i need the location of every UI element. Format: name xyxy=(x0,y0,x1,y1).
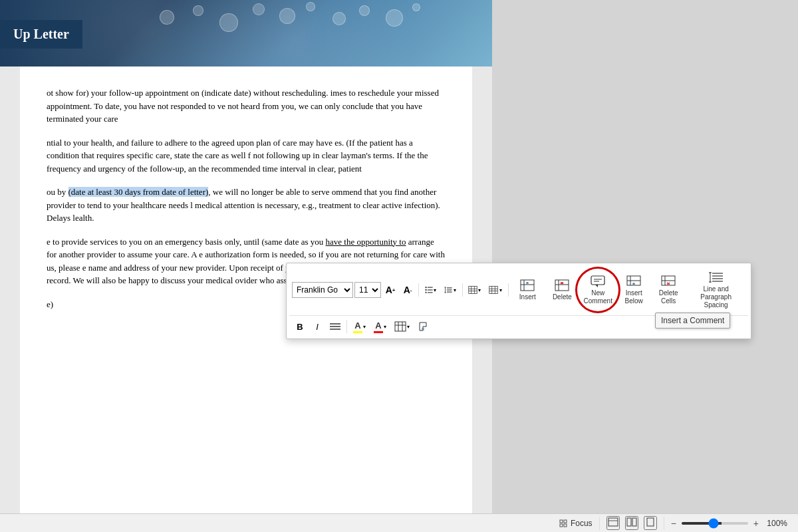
svg-rect-67 xyxy=(627,518,631,526)
svg-rect-69 xyxy=(647,518,654,526)
zoom-in-icon[interactable]: + xyxy=(753,518,759,529)
underlined-text: have the opportunity to xyxy=(326,237,406,247)
list-button[interactable]: ▾ xyxy=(422,282,440,298)
font-grow-button[interactable]: A+ xyxy=(382,282,398,298)
paragraph-4-text: e to provide services to you on an emerg… xyxy=(47,237,326,247)
bold-button[interactable]: B xyxy=(292,319,308,334)
zoom-slider[interactable] xyxy=(682,522,748,525)
paragraph-2: ntial to your health, and failure to adh… xyxy=(47,136,446,176)
svg-rect-17 xyxy=(489,287,497,294)
table-format-btn[interactable]: ▾ xyxy=(391,319,413,334)
text-color-button[interactable]: A ▾ xyxy=(370,319,390,334)
view-mode-btn-2[interactable] xyxy=(625,516,638,530)
view-mode-btn-1[interactable] xyxy=(606,516,620,530)
highlight-color-button[interactable]: A ▾ xyxy=(350,319,369,334)
table-btn-1[interactable]: ▾ xyxy=(465,282,484,298)
document-title: Up Letter xyxy=(13,27,69,42)
delete-label: Delete xyxy=(553,293,572,301)
new-comment-label: NewComment xyxy=(584,289,612,305)
font-size-select[interactable]: 11 xyxy=(354,282,381,298)
svg-rect-65 xyxy=(608,518,618,526)
font-shrink-button[interactable]: A- xyxy=(400,282,416,298)
delete-cells-button[interactable]: DeleteCells xyxy=(652,271,685,309)
svg-point-4 xyxy=(425,289,426,291)
focus-label: Focus xyxy=(571,519,593,528)
document-header-image: Up Letter xyxy=(0,0,492,66)
paragraph-1: ot show for) your follow-up appointment … xyxy=(47,86,446,126)
svg-rect-56 xyxy=(395,322,406,331)
focus-mode: Focus xyxy=(559,519,593,528)
paint-format-btn[interactable] xyxy=(414,319,432,334)
font-family-select[interactable]: Franklin Go xyxy=(292,282,353,298)
table-btn-2[interactable]: ▾ xyxy=(485,282,505,298)
highlight-color-swatch xyxy=(353,331,362,333)
zoom-out-icon[interactable]: − xyxy=(671,518,676,529)
svg-rect-63 xyxy=(560,524,563,527)
toolbar-row-1: Franklin Go 11 A+ A- ▾ ▾ xyxy=(289,266,748,314)
status-separator-2 xyxy=(664,517,664,530)
document-title-bar: Up Letter xyxy=(0,20,82,49)
insert-below-label: InsertBelow xyxy=(625,289,643,305)
svg-point-5 xyxy=(425,292,426,293)
svg-rect-61 xyxy=(560,520,563,523)
svg-rect-64 xyxy=(564,524,567,527)
main-area: Up Letter ot show for) your follow-up ap… xyxy=(0,0,798,513)
svg-rect-32 xyxy=(591,276,604,285)
separator-4 xyxy=(346,320,347,333)
insert-button[interactable]: Insert xyxy=(511,275,544,305)
text-color-swatch xyxy=(374,331,383,333)
line-spacing-button[interactable]: ▾ xyxy=(441,282,459,298)
svg-rect-12 xyxy=(469,287,477,294)
focus-icon xyxy=(559,519,568,528)
status-bar: Focus − + 100% xyxy=(0,513,798,532)
new-comment-button[interactable]: NewComment xyxy=(580,271,616,309)
view-mode-btn-3[interactable] xyxy=(644,516,657,530)
delete-cells-label: DeleteCells xyxy=(659,289,678,305)
svg-rect-27 xyxy=(555,280,569,291)
zoom-percent: 100% xyxy=(764,519,787,528)
line-paragraph-spacing-label: Line andParagraph Spacing xyxy=(692,285,739,309)
right-panel: Franklin Go 11 A+ A- ▾ ▾ xyxy=(492,0,798,513)
separator-3 xyxy=(508,283,509,297)
svg-point-3 xyxy=(425,287,426,288)
line-paragraph-spacing-button[interactable]: Line andParagraph Spacing xyxy=(686,267,745,313)
document-area: Up Letter ot show for) your follow-up ap… xyxy=(0,0,492,513)
align-button[interactable] xyxy=(327,319,344,334)
insert-label: Insert xyxy=(519,293,536,301)
svg-rect-68 xyxy=(632,518,636,526)
svg-rect-62 xyxy=(564,520,567,523)
highlighted-text: (date at least 30 days from date of lett… xyxy=(68,187,209,197)
svg-marker-33 xyxy=(595,285,598,287)
status-separator-1 xyxy=(599,517,600,530)
italic-button[interactable]: I xyxy=(309,319,325,334)
separator-1 xyxy=(418,283,419,297)
separator-2 xyxy=(462,283,463,297)
paragraph-3-before: ou by xyxy=(47,187,68,197)
svg-rect-60 xyxy=(422,328,424,331)
delete-button[interactable]: Delete xyxy=(545,275,579,305)
insert-comment-tooltip: Insert a Comment xyxy=(655,313,730,329)
svg-rect-22 xyxy=(521,280,534,291)
paragraph-3: ou by (date at least 30 days from date o… xyxy=(47,186,446,225)
insert-below-button[interactable]: InsertBelow xyxy=(617,271,650,309)
